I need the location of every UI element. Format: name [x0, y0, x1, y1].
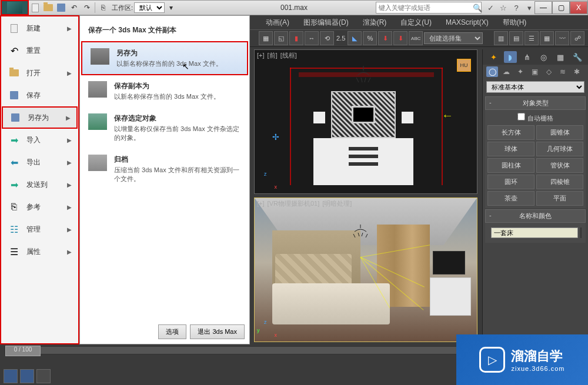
shelf-icon[interactable]: ⟲: [320, 31, 334, 45]
time-handle[interactable]: 0 / 100: [5, 346, 41, 356]
modify-tab-icon[interactable]: ◗: [504, 51, 517, 63]
submenu-save-selected[interactable]: 保存选定对象 以增量名称仅保存当前 3ds Max 文件杂选定的对象。: [80, 108, 249, 149]
menu-manage[interactable]: ☷管理▶: [2, 218, 78, 240]
status-icon[interactable]: [20, 369, 34, 383]
object-name-input[interactable]: [491, 227, 578, 238]
workspace-select[interactable]: 默认: [134, 2, 165, 13]
shelf-layer-icon[interactable]: ☰: [524, 31, 539, 45]
menu-customize[interactable]: 自定义(U): [393, 16, 439, 29]
submenu-save-copy-as[interactable]: 保存副本为 以新名称保存当前的 3ds Max 文件。: [80, 75, 249, 107]
star-icon[interactable]: ☆: [498, 2, 509, 13]
undo-icon[interactable]: ↶: [68, 1, 81, 14]
workspace-more-icon[interactable]: ▾: [165, 1, 178, 14]
menu-references[interactable]: ⎘参考▶: [2, 196, 78, 218]
menu-maxscript[interactable]: MAXScript(X): [439, 16, 496, 28]
rollout-header[interactable]: 名称和颜色: [485, 209, 586, 223]
viewport-label[interactable]: [+] [VR物理摄影机01] [明暗处理]: [257, 199, 353, 208]
save-file-icon[interactable]: [55, 1, 68, 14]
shelf-explorer-icon[interactable]: ▦: [540, 31, 554, 45]
menu-graph-editors[interactable]: 图形编辑器(D): [296, 16, 356, 29]
viewport-camera[interactable]: [+] [VR物理摄影机01] [明暗处理] zxy: [254, 197, 477, 342]
shelf-mirror-icon[interactable]: ▥: [494, 31, 508, 45]
spacewarps-icon[interactable]: ≋: [557, 66, 569, 77]
shelf-spinner[interactable]: 2.5: [336, 35, 345, 42]
obj-cylinder-button[interactable]: 圆柱体: [487, 158, 534, 173]
status-icon[interactable]: [36, 369, 51, 383]
submenu-save-as[interactable]: 另存为 以新名称保存当前的 3ds Max 文件。: [81, 41, 248, 75]
display-tab-icon[interactable]: ▦: [554, 51, 567, 63]
exit-button[interactable]: 退出 3ds Max: [190, 324, 245, 339]
obj-cone-button[interactable]: 圆锥体: [536, 125, 583, 140]
menu-properties[interactable]: ☰属性▶: [2, 240, 78, 263]
menu-help[interactable]: 帮助(H): [496, 16, 534, 29]
shapes-icon[interactable]: ☁: [500, 66, 512, 77]
helpers-icon[interactable]: ◇: [543, 66, 554, 77]
redo-icon[interactable]: ↷: [81, 1, 93, 14]
search-input[interactable]: [376, 2, 482, 14]
obj-teapot-button[interactable]: 茶壶: [487, 191, 534, 206]
viewport-label[interactable]: [+] [前] [线框]: [257, 51, 298, 60]
rollout-header[interactable]: 对象类型: [485, 96, 586, 110]
menu-save-as[interactable]: 另存为▶: [2, 106, 78, 129]
menu-new[interactable]: 新建▶: [2, 17, 78, 39]
shelf-schematic-icon[interactable]: ☍: [570, 31, 584, 45]
maximize-button[interactable]: ▢: [552, 1, 570, 14]
shelf-align-icon[interactable]: ▤: [509, 31, 523, 45]
menu-import[interactable]: ➡导入▶: [2, 129, 78, 151]
binoculars-icon[interactable]: 🔍: [472, 2, 483, 13]
submenu-archive[interactable]: 归档 压缩当前 3ds Max 文件和所有相关资源到一个文件。: [80, 149, 249, 190]
new-file-icon[interactable]: [29, 1, 42, 14]
shelf-curve-icon[interactable]: 〰: [555, 31, 569, 45]
cameras-icon[interactable]: ▣: [529, 66, 540, 77]
shelf-abc-icon[interactable]: ABC: [409, 31, 423, 45]
shelf-icon[interactable]: ◱: [274, 31, 288, 45]
obj-pyramid-button[interactable]: 四棱锥: [536, 175, 583, 189]
shelf-flag-icon[interactable]: ▮: [289, 31, 303, 45]
obj-plane-button[interactable]: 平面: [536, 191, 583, 206]
menu-save[interactable]: 保存: [2, 84, 78, 106]
close-button[interactable]: X: [570, 1, 587, 14]
minimize-button[interactable]: —: [534, 1, 552, 14]
menu-export[interactable]: ⬅导出▶: [2, 151, 78, 173]
category-dropdown[interactable]: 标准基本体: [486, 81, 584, 93]
autogrid-checkbox[interactable]: [517, 113, 525, 120]
caret-icon[interactable]: ▾: [524, 2, 534, 13]
menu-reset[interactable]: ↶重置: [2, 39, 78, 62]
shelf-icon[interactable]: ↔: [305, 31, 319, 45]
viewport-gizmo[interactable]: HU: [457, 59, 471, 72]
selection-set-select[interactable]: 创建选择集: [424, 32, 483, 44]
shelf-angle-icon[interactable]: ◣: [348, 31, 362, 45]
app-logo-button[interactable]: [1, 0, 29, 15]
geometry-icon[interactable]: ◯: [486, 66, 498, 77]
viewports: [+] [前] [线框] HU ← ✢ zx: [254, 49, 477, 342]
help-icon[interactable]: ?: [511, 2, 522, 13]
shelf-icon[interactable]: ▦: [259, 31, 273, 45]
hierarchy-tab-icon[interactable]: ⋔: [520, 51, 533, 63]
status-icon[interactable]: [4, 369, 18, 383]
obj-torus-button[interactable]: 圆环: [487, 175, 534, 189]
open-file-icon[interactable]: [42, 1, 55, 14]
shelf-snap-icon[interactable]: ⬇: [378, 31, 392, 45]
obj-geosphere-button[interactable]: 几何球体: [536, 142, 583, 156]
viewport-front[interactable]: [+] [前] [线框] HU ← ✢ zx: [254, 49, 477, 194]
shelf-snap-icon[interactable]: ⬇: [393, 31, 407, 45]
motion-tab-icon[interactable]: ◎: [537, 51, 550, 63]
filename-label: 001.max: [280, 4, 308, 12]
menu-send-to[interactable]: ➡发送到▶: [2, 173, 78, 196]
obj-tube-button[interactable]: 管状体: [536, 158, 583, 173]
menu-open[interactable]: 打开▶: [2, 62, 78, 84]
systems-icon[interactable]: ✱: [571, 66, 583, 77]
color-swatch[interactable]: [580, 227, 582, 238]
link-icon[interactable]: ⎘: [96, 1, 109, 14]
options-button[interactable]: 选项: [158, 324, 186, 339]
menu-rendering[interactable]: 渲染(R): [356, 16, 394, 29]
utilities-tab-icon[interactable]: 🔧: [571, 51, 584, 63]
obj-sphere-button[interactable]: 球体: [487, 142, 534, 156]
key-icon[interactable]: ✓: [485, 2, 496, 13]
create-tab-icon[interactable]: ✦: [487, 51, 500, 63]
lights-icon[interactable]: ✦: [514, 66, 526, 77]
save-as-icon: [91, 48, 109, 65]
shelf-percent-icon[interactable]: %: [363, 31, 377, 45]
obj-box-button[interactable]: 长方体: [487, 125, 534, 140]
menu-animation[interactable]: 动画(A): [259, 16, 296, 29]
